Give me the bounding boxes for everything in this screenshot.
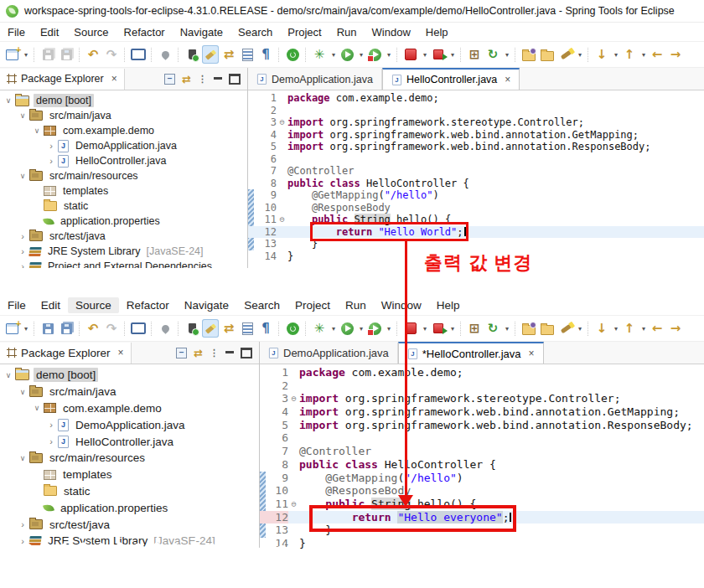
dropdown-arrow-icon[interactable]: ▾: [330, 325, 337, 333]
dropdown-arrow-icon[interactable]: ▾: [386, 51, 392, 59]
chevron-down-icon[interactable]: ∨: [18, 111, 28, 120]
tab-demoapplication-java[interactable]: JDemoApplication.java: [248, 69, 382, 90]
toolbar-save-all-button[interactable]: [58, 319, 75, 338]
tree-item-demo-boot[interactable]: ∨demo [boot]: [0, 367, 259, 384]
collapse-all-icon[interactable]: −: [164, 74, 175, 85]
toolbar-debug-button[interactable]: ✳: [311, 45, 328, 64]
code-line-6[interactable]: 6: [248, 153, 704, 166]
code-line-4[interactable]: 4import org.springframework.web.bind.ann…: [260, 405, 704, 419]
chevron-right-icon[interactable]: ›: [46, 141, 56, 151]
chevron-right-icon[interactable]: ›: [18, 246, 28, 256]
tree-item-application-properties[interactable]: application.properties: [0, 214, 247, 229]
tree-item-src-test-java[interactable]: ›src/test/java: [0, 229, 247, 244]
code-line-2[interactable]: 2: [248, 105, 704, 117]
menu-window[interactable]: Window: [365, 24, 418, 40]
chevron-down-icon[interactable]: ∨: [32, 126, 42, 135]
toolbar-next-annotation-button[interactable]: ↓: [593, 319, 610, 338]
dropdown-arrow-icon[interactable]: ▾: [640, 325, 647, 333]
dropdown-arrow-icon[interactable]: ▾: [504, 325, 510, 333]
close-icon[interactable]: ×: [111, 73, 117, 85]
toolbar-spring-boot-button[interactable]: [284, 45, 301, 64]
fold-minus-icon[interactable]: ⊖: [277, 116, 287, 129]
toolbar-boot-dashboard-button[interactable]: [184, 319, 200, 338]
toolbar-save-button[interactable]: [39, 45, 56, 64]
minimize-icon[interactable]: [214, 77, 222, 80]
toolbar-stop-button[interactable]: [402, 45, 419, 64]
dropdown-arrow-icon[interactable]: ▾: [358, 51, 365, 59]
toolbar-undo-button[interactable]: ↶: [85, 319, 101, 338]
toolbar-undo-button[interactable]: ↶: [85, 45, 101, 64]
tab-hellocontroller-java[interactable]: JHelloController.java×: [382, 68, 520, 90]
toolbar-next-annotation-button[interactable]: ↓: [593, 45, 610, 64]
tree-item-demoapplication-java[interactable]: ›JDemoApplication.java: [0, 138, 247, 153]
minimize-icon[interactable]: [225, 351, 234, 353]
chevron-right-icon[interactable]: ›: [18, 231, 28, 241]
code-line-10[interactable]: 10 @ResponseBody: [260, 484, 704, 498]
code-line-7[interactable]: 7@Controller: [248, 165, 704, 178]
tree-item-src-main-java[interactable]: ∨src/main/java: [0, 108, 247, 123]
code-line-9[interactable]: 9 @GetMapping("/hello"): [260, 472, 704, 485]
dropdown-arrow-icon[interactable]: ▾: [449, 325, 456, 333]
tab-demoapplication-java[interactable]: JDemoApplication.java: [260, 343, 398, 364]
fold-minus-icon[interactable]: ⊖: [288, 392, 299, 405]
chevron-down-icon[interactable]: ∨: [18, 388, 28, 396]
fold-minus-icon[interactable]: ⊖: [288, 498, 299, 511]
tree-item-hellocontroller-java[interactable]: ›JHelloController.java: [0, 153, 247, 168]
tree-item-templates[interactable]: templates: [0, 467, 259, 483]
menu-refactor[interactable]: Refactor: [116, 24, 173, 40]
toolbar-restart-button[interactable]: ↻: [484, 45, 501, 64]
code-line-8[interactable]: 8public class HelloController {: [260, 458, 704, 472]
chevron-down-icon[interactable]: ∨: [3, 96, 13, 105]
menu-help[interactable]: Help: [418, 24, 456, 40]
code-line-4[interactable]: 4import org.springframework.web.bind.ann…: [248, 129, 704, 142]
menu-run[interactable]: Run: [338, 297, 374, 313]
code-line-2[interactable]: 2: [260, 379, 704, 393]
toolbar-restart-button[interactable]: ↻: [484, 319, 501, 338]
chevron-right-icon[interactable]: ›: [46, 156, 56, 166]
code-line-10[interactable]: 10 @ResponseBody: [248, 202, 704, 214]
dropdown-arrow-icon[interactable]: ▾: [640, 51, 647, 59]
code-line-3[interactable]: 3⊖import org.springframework.stereotype.…: [248, 116, 704, 129]
code-line-14[interactable]: 14}: [260, 537, 704, 550]
code-line-13[interactable]: 13 }: [248, 238, 704, 250]
code-editor[interactable]: 1package com.example.demo;23⊖import org.…: [248, 90, 704, 268]
dropdown-arrow-icon[interactable]: ▾: [577, 325, 583, 333]
toolbar-spring-boot-button[interactable]: [284, 319, 301, 338]
tab-hellocontroller-java[interactable]: J*HelloController.java×: [398, 342, 544, 364]
tree-item-demo-boot[interactable]: ∨demo [boot]: [0, 93, 247, 108]
dropdown-arrow-icon[interactable]: ▾: [504, 51, 510, 59]
toolbar-save-button[interactable]: [39, 319, 56, 338]
menu-refactor[interactable]: Refactor: [119, 297, 177, 313]
tree-item-com-example-demo[interactable]: ∨com.example.demo: [0, 123, 247, 138]
tree-item-src-main-resources[interactable]: ∨src/main/resources: [0, 450, 259, 467]
toolbar-search-torch-button[interactable]: [557, 319, 574, 338]
dropdown-arrow-icon[interactable]: ▾: [613, 51, 619, 59]
menu-search[interactable]: Search: [230, 24, 280, 40]
link-with-editor-icon[interactable]: ⇄: [182, 74, 191, 85]
toolbar-redo-button[interactable]: ↷: [103, 319, 120, 338]
chevron-down-icon[interactable]: ∨: [3, 371, 13, 379]
tree-item-static[interactable]: static: [0, 199, 247, 214]
code-line-7[interactable]: 7@Controller: [260, 445, 704, 458]
code-line-1[interactable]: 1package com.example.demo;: [248, 92, 704, 105]
code-line-11[interactable]: 11⊖ public String hello() {: [248, 214, 704, 226]
toolbar-outline-button[interactable]: [239, 45, 256, 64]
dropdown-arrow-icon[interactable]: ▾: [449, 51, 456, 59]
toolbar-open-resource-button[interactable]: [539, 319, 556, 338]
toolbar-highlighter-button[interactable]: [202, 319, 219, 338]
toolbar-debug-button[interactable]: ✳: [311, 319, 328, 338]
toolbar-stop-button[interactable]: [402, 319, 419, 338]
code-line-3[interactable]: 3⊖import org.springframework.stereotype.…: [260, 392, 704, 405]
tree-item-static[interactable]: static: [0, 483, 259, 500]
toolbar-new-wizard-button[interactable]: [3, 319, 20, 338]
tree-item-jre-system-library[interactable]: ›JRE System Library[JavaSE-24]: [0, 244, 247, 259]
chevron-right-icon[interactable]: ›: [46, 436, 56, 446]
menu-file[interactable]: File: [0, 297, 34, 313]
toolbar-new-java-project-button[interactable]: ⊞: [466, 45, 483, 64]
menu-navigate[interactable]: Navigate: [173, 24, 230, 40]
toolbar-run-button[interactable]: [339, 45, 355, 64]
code-line-5[interactable]: 5import org.springframework.web.bind.ann…: [248, 141, 704, 153]
package-explorer-tab[interactable]: Package Explorer ×: [0, 343, 132, 364]
toolbar-relaunch-button[interactable]: [430, 45, 447, 64]
dropdown-arrow-icon[interactable]: ▾: [23, 51, 29, 59]
